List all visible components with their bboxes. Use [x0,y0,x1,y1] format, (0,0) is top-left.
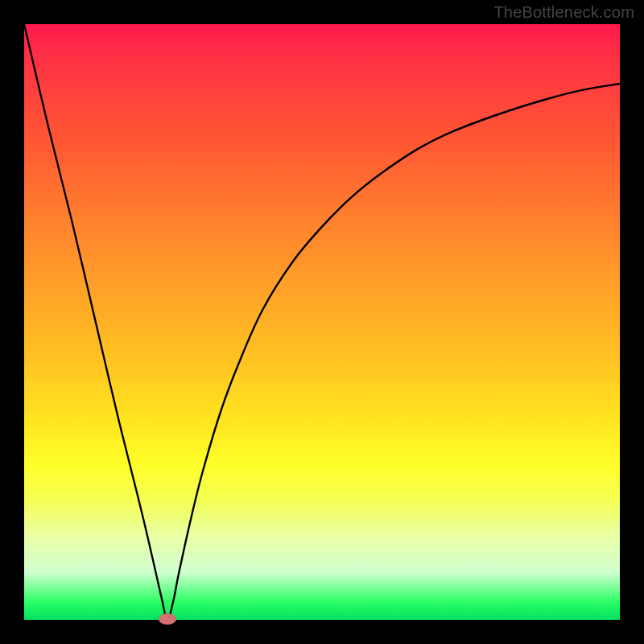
optimum-marker [159,613,176,625]
bottleneck-curve [24,24,620,620]
curve-path [24,24,620,620]
chart-plot-area [24,24,620,620]
outer-frame: TheBottleneck.com [0,0,644,644]
watermark-text: TheBottleneck.com [493,3,634,22]
